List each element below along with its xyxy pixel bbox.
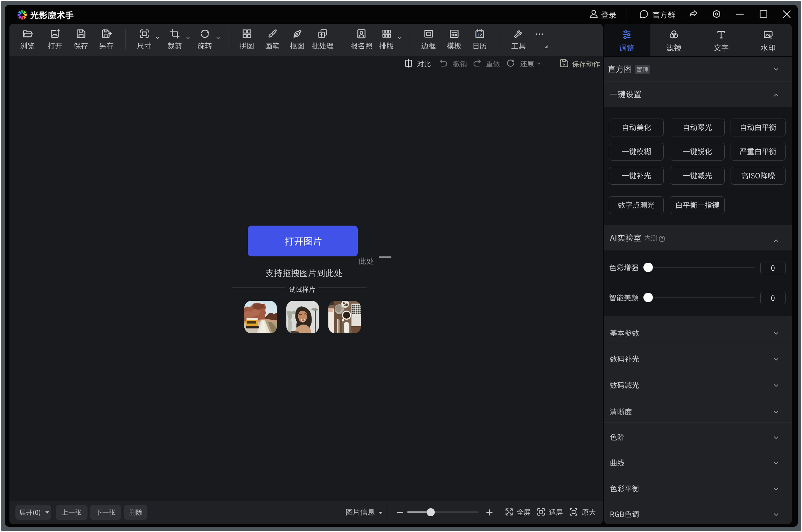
svg-text:12: 12 — [477, 33, 482, 37]
